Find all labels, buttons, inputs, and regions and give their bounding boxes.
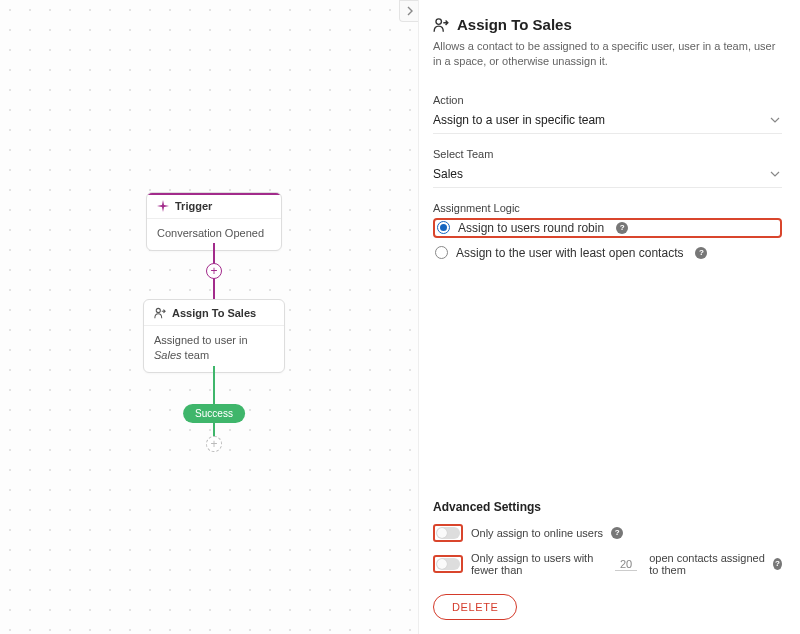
add-step-button[interactable]: + bbox=[206, 263, 222, 279]
radio-round-robin-label: Assign to users round robin bbox=[458, 221, 604, 235]
user-assign-icon bbox=[433, 17, 449, 33]
help-icon[interactable]: ? bbox=[611, 527, 623, 539]
action-label: Action bbox=[433, 94, 782, 106]
radio-icon bbox=[435, 246, 448, 259]
highlight-box bbox=[433, 524, 463, 542]
radio-least-open-label: Assign to the user with least open conta… bbox=[456, 246, 683, 260]
add-step-end-button[interactable]: + bbox=[206, 436, 222, 452]
advanced-settings-title: Advanced Settings bbox=[433, 500, 782, 514]
team-select-value: Sales bbox=[433, 167, 463, 181]
action-select[interactable]: Assign to a user in specific team bbox=[433, 110, 782, 134]
assign-node-title: Assign To Sales bbox=[172, 307, 256, 319]
logic-label: Assignment Logic bbox=[433, 202, 782, 214]
help-icon[interactable]: ? bbox=[773, 558, 782, 570]
assign-node[interactable]: Assign To Sales Assigned to user in Sale… bbox=[143, 299, 285, 373]
team-label: Select Team bbox=[433, 148, 782, 160]
svg-point-1 bbox=[436, 18, 441, 23]
toggle-online-users[interactable] bbox=[436, 527, 460, 539]
properties-panel: Assign To Sales Allows a contact to be a… bbox=[418, 0, 800, 634]
panel-collapse-tab[interactable] bbox=[399, 0, 419, 22]
toggle-fewer-contacts[interactable] bbox=[436, 558, 460, 570]
radio-icon bbox=[437, 221, 450, 234]
team-select[interactable]: Sales bbox=[433, 164, 782, 188]
chevron-down-icon bbox=[770, 117, 780, 123]
toggle-online-users-row: Only assign to online users ? bbox=[433, 524, 782, 542]
toggle-fewer-label-suffix: open contacts assigned to them bbox=[649, 552, 765, 576]
delete-button[interactable]: DELETE bbox=[433, 594, 517, 620]
panel-title: Assign To Sales bbox=[433, 16, 782, 33]
fewer-than-input[interactable]: 20 bbox=[615, 558, 637, 571]
help-icon[interactable]: ? bbox=[616, 222, 628, 234]
workflow-canvas[interactable]: Trigger Conversation Opened + Assign To … bbox=[0, 0, 418, 634]
toggle-fewer-label-prefix: Only assign to users with fewer than bbox=[471, 552, 603, 576]
user-assign-icon bbox=[154, 307, 166, 319]
panel-description: Allows a contact to be assigned to a spe… bbox=[433, 39, 782, 70]
success-badge: Success bbox=[183, 404, 245, 423]
radio-round-robin[interactable]: Assign to users round robin ? bbox=[433, 218, 782, 238]
radio-least-open[interactable]: Assign to the user with least open conta… bbox=[433, 242, 782, 264]
assign-node-body: Assigned to user in Sales team bbox=[144, 326, 284, 372]
trigger-node-title: Trigger bbox=[175, 200, 212, 212]
highlight-box bbox=[433, 555, 463, 573]
help-icon[interactable]: ? bbox=[695, 247, 707, 259]
sparkle-icon bbox=[157, 200, 169, 212]
chevron-right-icon bbox=[406, 6, 414, 16]
svg-point-0 bbox=[156, 308, 160, 312]
toggle-online-users-label: Only assign to online users bbox=[471, 527, 603, 539]
action-select-value: Assign to a user in specific team bbox=[433, 113, 605, 127]
chevron-down-icon bbox=[770, 171, 780, 177]
connector-line-success bbox=[213, 366, 215, 436]
toggle-fewer-contacts-row: Only assign to users with fewer than 20 … bbox=[433, 552, 782, 576]
